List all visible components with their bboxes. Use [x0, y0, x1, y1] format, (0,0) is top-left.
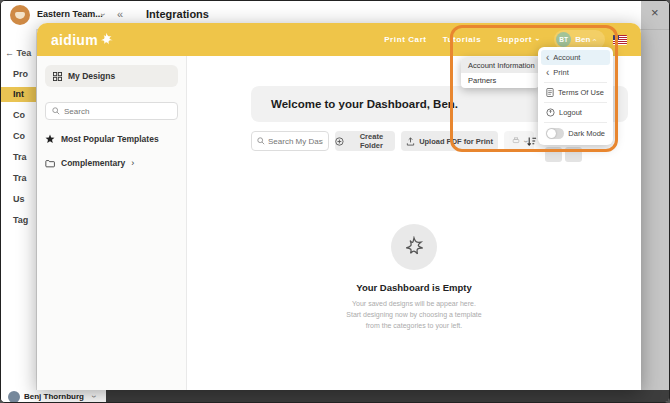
menu-divider [544, 102, 607, 103]
list-view-button[interactable] [565, 147, 582, 162]
dark-mode-toggle[interactable] [546, 128, 564, 139]
sidebar-back-item[interactable]: ← Tea [1, 46, 37, 61]
grid-view-button[interactable] [545, 147, 562, 162]
menu-item-account[interactable]: ‹ Account [541, 50, 610, 65]
collapse-sidebar-icon[interactable]: « [117, 8, 123, 20]
upload-pdf-button[interactable]: Upload PDF for Print [401, 131, 498, 151]
menu-item-logout[interactable]: Logout [541, 105, 610, 120]
sidebar-item-integrations[interactable]: Int [1, 87, 37, 102]
chevron-left-icon: ‹ [546, 53, 549, 63]
sort-icon [526, 136, 537, 147]
account-submenu: Account Information Partners [461, 58, 539, 88]
sidebar-item[interactable]: Pro [1, 67, 37, 82]
sidebar-item[interactable]: Co [1, 129, 37, 144]
user-menu: ‹ Account ‹ Print Terms Of Use Logout [538, 47, 613, 145]
aidium-logo[interactable]: aidium [51, 32, 114, 48]
logo-text: aidium [51, 32, 98, 48]
my-designs-label: My Designs [68, 71, 115, 81]
empty-state: Your Dashboard is Empty Your saved desig… [187, 224, 641, 332]
menu-item-print[interactable]: ‹ Print [541, 65, 610, 80]
sidebar-search-input[interactable] [64, 107, 171, 116]
welcome-text: Welcome to your Dashboard, Ben. [271, 98, 458, 110]
empty-state-description: Your saved designs will be appear here. … [187, 299, 641, 332]
sidebar-item-most-popular[interactable]: Most Popular Templates [45, 134, 178, 144]
sidebar-item[interactable]: Tag [1, 213, 37, 228]
menu-item-terms[interactable]: Terms Of Use [541, 85, 610, 100]
close-icon[interactable]: × [651, 5, 659, 20]
team-chevron-down-icon[interactable]: › [98, 13, 107, 16]
bird-logo-icon [99, 32, 114, 47]
search-icon [52, 107, 60, 115]
logout-icon [546, 108, 555, 117]
menu-divider [544, 82, 607, 83]
menu-divider [544, 122, 607, 123]
user-chevron-down-icon[interactable]: › [89, 395, 98, 398]
menu-item-partners[interactable]: Partners [461, 73, 539, 88]
sidebar-item[interactable]: Tra [1, 171, 37, 186]
sidebar-item[interactable]: Us [1, 192, 37, 207]
document-icon [546, 88, 554, 97]
team-avatar[interactable] [10, 5, 30, 25]
bottom-user-chip[interactable]: Benj Thornburg › [1, 390, 106, 403]
nav-tutorials[interactable]: Tutorials [443, 35, 482, 44]
menu-item-dark-mode: Dark Mode [541, 125, 610, 142]
sidebar-item-my-designs[interactable]: My Designs [45, 65, 178, 87]
star-icon [45, 134, 55, 144]
bottom-strip [106, 390, 670, 403]
screenshot-root: Eastern Team... › « Integrations ← Tea P… [0, 0, 670, 403]
background-divider [641, 29, 670, 30]
background-sidebar: ← Tea Pro Int Co Co Tra Tra Us Tag [1, 29, 37, 390]
dashboard-search-input[interactable] [268, 137, 323, 146]
nav-print-cart[interactable]: Print Cart [384, 35, 426, 44]
support-chevron-down-icon: › [533, 38, 541, 41]
user-name: Benj Thornburg [24, 392, 84, 401]
menu-item-account-information[interactable]: Account Information [461, 58, 539, 73]
chevron-right-icon: › [131, 159, 134, 168]
sidebar-search[interactable] [45, 102, 178, 120]
folder-icon [45, 159, 55, 168]
chevron-left-icon: ‹ [546, 68, 549, 78]
nav-support[interactable]: Support › [497, 35, 538, 44]
empty-bird-icon [403, 236, 425, 258]
sidebar-item[interactable]: Tra [1, 150, 37, 165]
create-folder-button[interactable]: Create Folder [335, 131, 395, 151]
user-chevron-up-icon: › [592, 38, 600, 41]
us-flag-icon[interactable] [613, 35, 627, 45]
sidebar-item[interactable]: Co [1, 108, 37, 123]
designs-sidebar: My Designs Most Popular Templates [37, 56, 187, 390]
plus-circle-icon [335, 137, 344, 146]
sidebar-item-complementary[interactable]: Complementary › [45, 158, 178, 168]
upload-icon [406, 137, 415, 146]
page-title: Integrations [146, 8, 209, 20]
search-icon [257, 137, 265, 145]
grid-icon [53, 72, 62, 81]
dashboard-search[interactable] [251, 131, 329, 151]
avatar: BT [556, 32, 571, 47]
printer-icon [512, 137, 520, 145]
empty-state-circle [391, 224, 437, 270]
team-name[interactable]: Eastern Team... [37, 9, 103, 19]
back-arrow-icon: ← [5, 48, 14, 58]
user-avatar [8, 391, 20, 403]
background-content-area [641, 1, 670, 403]
nav-user-name: Ben [575, 35, 590, 44]
empty-state-title: Your Dashboard is Empty [187, 282, 641, 293]
